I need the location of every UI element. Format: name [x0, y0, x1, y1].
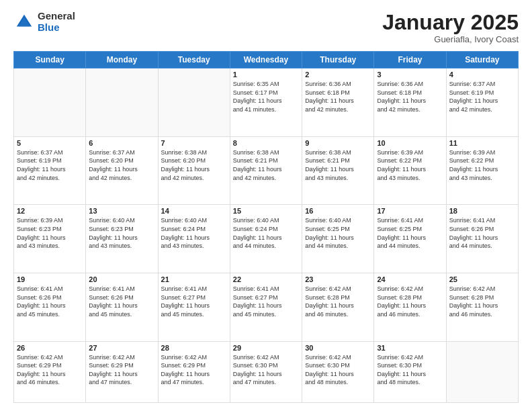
day-info: Sunrise: 6:42 AM Sunset: 6:28 PM Dayligh…: [449, 285, 515, 318]
day-info: Sunrise: 6:38 AM Sunset: 6:21 PM Dayligh…: [233, 148, 299, 182]
day-info: Sunrise: 6:41 AM Sunset: 6:26 PM Dayligh…: [89, 285, 154, 318]
day-number: 6: [89, 139, 154, 147]
day-number: 9: [305, 139, 371, 147]
calendar-cell: 15Sunrise: 6:40 AM Sunset: 6:24 PM Dayli…: [230, 205, 302, 273]
day-number: 31: [377, 344, 443, 352]
calendar: SundayMondayTuesdayWednesdayThursdayFrid…: [13, 51, 519, 403]
day-number: 17: [377, 207, 443, 215]
calendar-cell: [158, 68, 230, 137]
day-number: 11: [449, 139, 515, 147]
day-info: Sunrise: 6:40 AM Sunset: 6:24 PM Dayligh…: [161, 216, 227, 250]
day-number: 22: [233, 275, 299, 283]
logo: General Blue: [13, 11, 75, 33]
header: General Blue January 2025 Gueriafla, Ivo…: [13, 11, 519, 44]
day-number: 26: [17, 344, 83, 352]
calendar-cell: 26Sunrise: 6:42 AM Sunset: 6:29 PM Dayli…: [14, 341, 86, 402]
calendar-cell: [86, 68, 158, 137]
calendar-cell: 16Sunrise: 6:40 AM Sunset: 6:25 PM Dayli…: [302, 205, 374, 273]
title-block: January 2025 Gueriafla, Ivory Coast: [382, 11, 519, 44]
day-number: 5: [17, 139, 83, 147]
logo-text: General Blue: [38, 11, 75, 33]
calendar-header-monday: Monday: [86, 52, 158, 68]
calendar-cell: 14Sunrise: 6:40 AM Sunset: 6:24 PM Dayli…: [158, 205, 230, 273]
day-number: 4: [449, 71, 515, 79]
day-number: 15: [233, 207, 299, 215]
month-title: January 2025: [382, 11, 519, 34]
day-info: Sunrise: 6:37 AM Sunset: 6:19 PM Dayligh…: [17, 148, 83, 182]
day-info: Sunrise: 6:41 AM Sunset: 6:26 PM Dayligh…: [17, 285, 83, 318]
day-number: 20: [89, 275, 154, 283]
calendar-cell: 30Sunrise: 6:42 AM Sunset: 6:30 PM Dayli…: [302, 341, 374, 402]
day-info: Sunrise: 6:41 AM Sunset: 6:27 PM Dayligh…: [161, 285, 227, 318]
calendar-cell: 22Sunrise: 6:41 AM Sunset: 6:27 PM Dayli…: [230, 273, 302, 341]
day-number: 28: [161, 344, 227, 352]
calendar-week-4: 19Sunrise: 6:41 AM Sunset: 6:26 PM Dayli…: [14, 273, 519, 341]
day-number: 25: [449, 275, 515, 283]
day-number: 8: [233, 139, 299, 147]
day-info: Sunrise: 6:38 AM Sunset: 6:21 PM Dayligh…: [305, 148, 371, 182]
day-number: 18: [449, 207, 515, 215]
day-info: Sunrise: 6:35 AM Sunset: 6:17 PM Dayligh…: [233, 80, 299, 113]
day-number: 16: [305, 207, 371, 215]
day-info: Sunrise: 6:42 AM Sunset: 6:28 PM Dayligh…: [305, 285, 371, 318]
calendar-cell: 5Sunrise: 6:37 AM Sunset: 6:19 PM Daylig…: [14, 136, 86, 205]
logo-icon: [13, 11, 35, 33]
calendar-cell: 10Sunrise: 6:39 AM Sunset: 6:22 PM Dayli…: [374, 136, 446, 205]
day-number: 13: [89, 207, 154, 215]
day-info: Sunrise: 6:42 AM Sunset: 6:30 PM Dayligh…: [233, 353, 299, 387]
day-info: Sunrise: 6:37 AM Sunset: 6:19 PM Dayligh…: [449, 80, 515, 113]
calendar-cell: 24Sunrise: 6:42 AM Sunset: 6:28 PM Dayli…: [374, 273, 446, 341]
calendar-cell: 17Sunrise: 6:41 AM Sunset: 6:25 PM Dayli…: [374, 205, 446, 273]
calendar-cell: 2Sunrise: 6:36 AM Sunset: 6:18 PM Daylig…: [302, 68, 374, 137]
calendar-cell: 3Sunrise: 6:36 AM Sunset: 6:18 PM Daylig…: [374, 68, 446, 137]
day-number: 10: [377, 139, 443, 147]
calendar-cell: 19Sunrise: 6:41 AM Sunset: 6:26 PM Dayli…: [14, 273, 86, 341]
day-info: Sunrise: 6:41 AM Sunset: 6:25 PM Dayligh…: [377, 216, 443, 250]
calendar-cell: 13Sunrise: 6:40 AM Sunset: 6:23 PM Dayli…: [86, 205, 158, 273]
calendar-cell: 9Sunrise: 6:38 AM Sunset: 6:21 PM Daylig…: [302, 136, 374, 205]
calendar-week-1: 1Sunrise: 6:35 AM Sunset: 6:17 PM Daylig…: [14, 68, 519, 137]
day-number: 29: [233, 344, 299, 352]
calendar-cell: 27Sunrise: 6:42 AM Sunset: 6:29 PM Dayli…: [86, 341, 158, 402]
day-info: Sunrise: 6:41 AM Sunset: 6:26 PM Dayligh…: [449, 216, 515, 250]
day-info: Sunrise: 6:40 AM Sunset: 6:25 PM Dayligh…: [305, 216, 371, 250]
calendar-cell: 7Sunrise: 6:38 AM Sunset: 6:20 PM Daylig…: [158, 136, 230, 205]
day-info: Sunrise: 6:42 AM Sunset: 6:29 PM Dayligh…: [161, 353, 227, 387]
day-number: 2: [305, 71, 371, 79]
calendar-cell: 11Sunrise: 6:39 AM Sunset: 6:22 PM Dayli…: [446, 136, 518, 205]
calendar-header-friday: Friday: [374, 52, 446, 68]
calendar-week-2: 5Sunrise: 6:37 AM Sunset: 6:19 PM Daylig…: [14, 136, 519, 205]
calendar-cell: 29Sunrise: 6:42 AM Sunset: 6:30 PM Dayli…: [230, 341, 302, 402]
calendar-cell: 31Sunrise: 6:42 AM Sunset: 6:30 PM Dayli…: [374, 341, 446, 402]
calendar-cell: 12Sunrise: 6:39 AM Sunset: 6:23 PM Dayli…: [14, 205, 86, 273]
day-info: Sunrise: 6:39 AM Sunset: 6:22 PM Dayligh…: [449, 148, 515, 182]
calendar-header-thursday: Thursday: [302, 52, 374, 68]
page: General Blue January 2025 Gueriafla, Ivo…: [0, 0, 532, 411]
day-number: 3: [377, 71, 443, 79]
day-info: Sunrise: 6:42 AM Sunset: 6:30 PM Dayligh…: [305, 353, 371, 387]
calendar-cell: 8Sunrise: 6:38 AM Sunset: 6:21 PM Daylig…: [230, 136, 302, 205]
calendar-cell: 4Sunrise: 6:37 AM Sunset: 6:19 PM Daylig…: [446, 68, 518, 137]
day-info: Sunrise: 6:37 AM Sunset: 6:20 PM Dayligh…: [89, 148, 154, 182]
day-number: 23: [305, 275, 371, 283]
day-info: Sunrise: 6:42 AM Sunset: 6:29 PM Dayligh…: [89, 353, 154, 387]
location: Gueriafla, Ivory Coast: [382, 34, 519, 44]
day-info: Sunrise: 6:40 AM Sunset: 6:23 PM Dayligh…: [89, 216, 154, 250]
day-number: 21: [161, 275, 227, 283]
calendar-cell: [14, 68, 86, 137]
day-number: 27: [89, 344, 154, 352]
calendar-cell: 21Sunrise: 6:41 AM Sunset: 6:27 PM Dayli…: [158, 273, 230, 341]
day-number: 1: [233, 71, 299, 79]
day-number: 14: [161, 207, 227, 215]
calendar-week-3: 12Sunrise: 6:39 AM Sunset: 6:23 PM Dayli…: [14, 205, 519, 273]
calendar-header-row: SundayMondayTuesdayWednesdayThursdayFrid…: [14, 52, 519, 68]
day-info: Sunrise: 6:40 AM Sunset: 6:24 PM Dayligh…: [233, 216, 299, 250]
calendar-cell: 20Sunrise: 6:41 AM Sunset: 6:26 PM Dayli…: [86, 273, 158, 341]
day-number: 19: [17, 275, 83, 283]
calendar-header-saturday: Saturday: [446, 52, 518, 68]
calendar-header-tuesday: Tuesday: [158, 52, 230, 68]
day-number: 12: [17, 207, 83, 215]
day-number: 24: [377, 275, 443, 283]
logo-blue-text: Blue: [38, 22, 75, 34]
day-number: 7: [161, 139, 227, 147]
